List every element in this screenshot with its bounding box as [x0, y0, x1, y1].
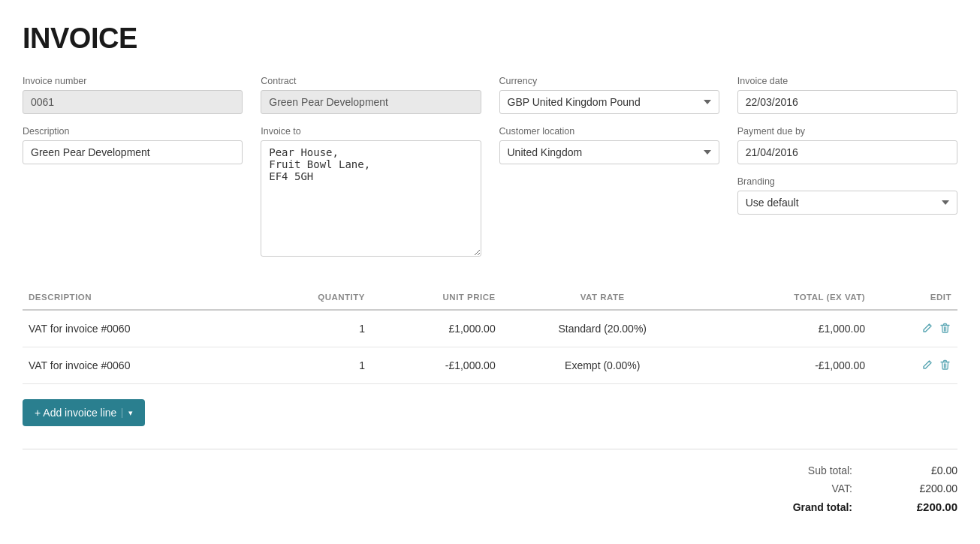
col-unit-price: UNIT PRICE	[371, 287, 502, 310]
contract-field: Contract	[261, 76, 481, 114]
invoice-date-input[interactable]	[737, 90, 957, 114]
col-description: DESCRIPTION	[23, 287, 252, 310]
payment-due-field: Payment due by	[737, 126, 957, 164]
invoice-to-textarea[interactable]: Pear House, Fruit Bowl Lane, EF4 5GH	[261, 140, 481, 257]
row1-edit-button[interactable]	[921, 321, 934, 336]
invoice-number-label: Invoice number	[23, 76, 243, 86]
row2-description: VAT for invoice #0060	[23, 347, 252, 384]
sub-total-row: Sub total: £0.00	[717, 464, 957, 476]
currency-select[interactable]: GBP United Kingdom Pound	[499, 90, 719, 114]
col-quantity: QUANTITY	[252, 287, 371, 310]
row2-edit-cell	[871, 347, 957, 384]
branding-label: Branding	[737, 176, 957, 187]
add-line-dropdown-arrow: ▾	[122, 408, 133, 418]
row2-vat-rate: Exempt (0.00%)	[502, 347, 704, 384]
col-total-ex-vat: TOTAL (EX VAT)	[704, 287, 871, 310]
invoice-to-label: Invoice to	[261, 126, 481, 137]
row1-delete-button[interactable]	[939, 321, 951, 336]
sub-total-label: Sub total:	[777, 464, 852, 476]
row1-unit-price: £1,000.00	[371, 310, 502, 347]
add-line-label: + Add invoice line	[35, 407, 116, 419]
row1-total: £1,000.00	[704, 310, 871, 347]
row2-quantity: 1	[252, 347, 371, 384]
totals-section: Sub total: £0.00 VAT: £200.00 Grand tota…	[23, 449, 957, 513]
col-vat-rate: VAT RATE	[502, 287, 704, 310]
description-field: Description	[23, 126, 243, 257]
add-invoice-line-button[interactable]: + Add invoice line ▾	[23, 399, 145, 426]
vat-row: VAT: £200.00	[717, 482, 957, 494]
page-title: INVOICE	[23, 23, 957, 55]
row2-unit-price: -£1,000.00	[371, 347, 502, 384]
grand-total-label: Grand total:	[777, 501, 852, 513]
invoice-lines-section: DESCRIPTION QUANTITY UNIT PRICE VAT RATE…	[23, 287, 957, 513]
table-header-row: DESCRIPTION QUANTITY UNIT PRICE VAT RATE…	[23, 287, 957, 310]
branding-field: Branding Use default	[737, 176, 957, 215]
table-row: VAT for invoice #0060 1 -£1,000.00 Exemp…	[23, 347, 957, 384]
row1-description: VAT for invoice #0060	[23, 310, 252, 347]
col-edit: EDIT	[871, 287, 957, 310]
invoice-number-field: Invoice number	[23, 76, 243, 114]
row2-edit-icons	[877, 358, 951, 373]
description-input[interactable]	[23, 140, 243, 164]
sub-total-value: £0.00	[897, 464, 957, 476]
grand-total-value: £200.00	[897, 500, 957, 513]
invoice-table: DESCRIPTION QUANTITY UNIT PRICE VAT RATE…	[23, 287, 957, 384]
row1-quantity: 1	[252, 310, 371, 347]
vat-label: VAT:	[777, 482, 852, 494]
payment-due-label: Payment due by	[737, 126, 957, 137]
row1-vat-rate: Standard (20.00%)	[502, 310, 704, 347]
payment-due-input[interactable]	[737, 140, 957, 164]
invoice-date-label: Invoice date	[737, 76, 957, 86]
invoice-form: Invoice number Contract Currency GBP Uni…	[23, 76, 957, 257]
description-label: Description	[23, 126, 243, 137]
invoice-number-input	[23, 90, 243, 114]
currency-field: Currency GBP United Kingdom Pound	[499, 76, 719, 114]
row2-edit-button[interactable]	[921, 358, 934, 373]
customer-location-field: Customer location United Kingdom	[499, 126, 719, 257]
table-row: VAT for invoice #0060 1 £1,000.00 Standa…	[23, 310, 957, 347]
invoice-date-field: Invoice date	[737, 76, 957, 114]
currency-label: Currency	[499, 76, 719, 86]
row2-delete-button[interactable]	[939, 358, 951, 373]
grand-total-row: Grand total: £200.00	[717, 500, 957, 513]
right-col-fields: Payment due by Branding Use default	[737, 126, 957, 257]
row2-total: -£1,000.00	[704, 347, 871, 384]
contract-label: Contract	[261, 76, 481, 86]
branding-select[interactable]: Use default	[737, 191, 957, 215]
invoice-to-field: Invoice to Pear House, Fruit Bowl Lane, …	[261, 126, 481, 257]
customer-location-select[interactable]: United Kingdom	[499, 140, 719, 164]
row1-edit-icons	[877, 321, 951, 336]
contract-input	[261, 90, 481, 114]
row1-edit-cell	[871, 310, 957, 347]
vat-value: £200.00	[897, 482, 957, 494]
customer-location-label: Customer location	[499, 126, 719, 137]
